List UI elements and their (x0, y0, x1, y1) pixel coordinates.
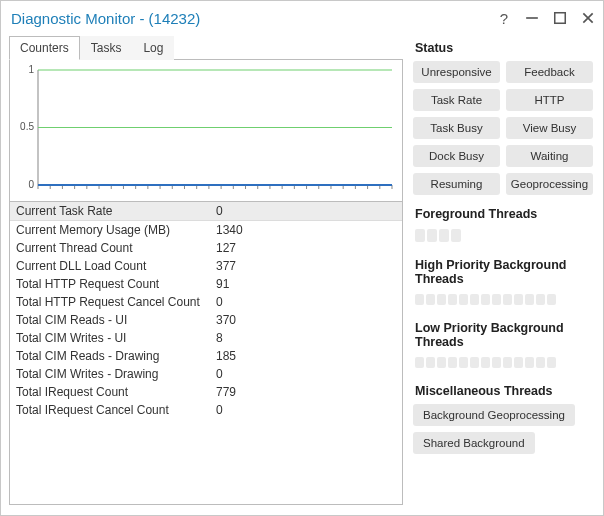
counter-row: Total IRequest Count779 (10, 383, 402, 401)
counter-label: Current Thread Count (16, 241, 216, 255)
left-panel: Counters Tasks Log 00.51 Current Task Ra… (9, 35, 403, 505)
counter-value: 370 (216, 313, 396, 327)
thread-indicator (426, 357, 435, 368)
status-button-grid: UnresponsiveFeedbackTask RateHTTPTask Bu… (413, 61, 593, 195)
counter-row: Total CIM Reads - UI370 (10, 311, 402, 329)
thread-indicator (415, 229, 425, 242)
status-button-task-busy[interactable]: Task Busy (413, 117, 500, 139)
thread-indicator (427, 229, 437, 242)
tab-tasks[interactable]: Tasks (80, 36, 133, 60)
thread-indicator (426, 294, 435, 305)
thread-indicator (459, 294, 468, 305)
counter-value: 185 (216, 349, 396, 363)
high-bg-thread-indicators (415, 294, 593, 305)
thread-indicator (437, 294, 446, 305)
status-button-unresponsive[interactable]: Unresponsive (413, 61, 500, 83)
status-button-view-busy[interactable]: View Busy (506, 117, 593, 139)
status-heading: Status (415, 41, 593, 55)
foreground-thread-indicators (415, 229, 593, 242)
thread-indicator (547, 357, 556, 368)
counter-row: Total CIM Reads - Drawing185 (10, 347, 402, 365)
misc-button-background-geoprocessing[interactable]: Background Geoprocessing (413, 404, 575, 426)
thread-indicator (439, 229, 449, 242)
thread-indicator (448, 357, 457, 368)
counter-label: Current Task Rate (16, 204, 216, 218)
counter-row: Current Memory Usage (MB)1340 (10, 221, 402, 239)
status-button-dock-busy[interactable]: Dock Busy (413, 145, 500, 167)
thread-indicator (525, 294, 534, 305)
thread-indicator (514, 357, 523, 368)
minimize-icon[interactable] (525, 11, 539, 25)
task-rate-chart: 00.51 (16, 64, 396, 199)
status-button-resuming[interactable]: Resuming (413, 173, 500, 195)
thread-indicator (459, 357, 468, 368)
low-bg-thread-indicators (415, 357, 593, 368)
counter-row: Current DLL Load Count377 (10, 257, 402, 275)
counter-row: Total IRequest Cancel Count0 (10, 401, 402, 419)
counter-row: Total CIM Writes - Drawing0 (10, 365, 402, 383)
counter-label: Total CIM Writes - UI (16, 331, 216, 345)
thread-indicator (536, 357, 545, 368)
svg-text:0: 0 (28, 179, 34, 190)
counter-value: 0 (216, 367, 396, 381)
thread-indicator (514, 294, 523, 305)
thread-indicator (547, 294, 556, 305)
counter-value: 0 (216, 204, 396, 218)
counter-value: 1340 (216, 223, 396, 237)
window-buttons: ? (497, 11, 595, 25)
status-button-http[interactable]: HTTP (506, 89, 593, 111)
thread-indicator (415, 294, 424, 305)
title-bar: Diagnostic Monitor - (14232) ? (1, 1, 603, 33)
counter-value: 127 (216, 241, 396, 255)
right-panel: Status UnresponsiveFeedbackTask RateHTTP… (413, 35, 593, 505)
thread-indicator (437, 357, 446, 368)
close-icon[interactable] (581, 11, 595, 25)
thread-indicator (503, 294, 512, 305)
thread-indicator (470, 294, 479, 305)
misc-thread-buttons: Background GeoprocessingShared Backgroun… (413, 404, 593, 454)
thread-indicator (481, 357, 490, 368)
content-area: Counters Tasks Log 00.51 Current Task Ra… (1, 33, 603, 515)
counter-row: Total HTTP Request Count91 (10, 275, 402, 293)
counter-label: Current Memory Usage (MB) (16, 223, 216, 237)
status-button-task-rate[interactable]: Task Rate (413, 89, 500, 111)
maximize-icon[interactable] (553, 11, 567, 25)
chart-container: 00.51 (9, 60, 403, 202)
counter-value: 0 (216, 295, 396, 309)
misc-threads-heading: Miscellaneous Threads (415, 384, 593, 398)
svg-rect-1 (555, 13, 566, 24)
misc-button-shared-background[interactable]: Shared Background (413, 432, 535, 454)
tab-counters[interactable]: Counters (9, 36, 80, 60)
tab-log[interactable]: Log (132, 36, 174, 60)
window-title: Diagnostic Monitor - (14232) (11, 10, 497, 27)
thread-indicator (492, 357, 501, 368)
thread-indicator (470, 357, 479, 368)
counter-value: 377 (216, 259, 396, 273)
help-icon[interactable]: ? (497, 11, 511, 25)
status-button-waiting[interactable]: Waiting (506, 145, 593, 167)
thread-indicator (451, 229, 461, 242)
counter-label: Total HTTP Request Cancel Count (16, 295, 216, 309)
counter-value: 91 (216, 277, 396, 291)
counter-label: Total IRequest Cancel Count (16, 403, 216, 417)
thread-indicator (448, 294, 457, 305)
counter-label: Total CIM Writes - Drawing (16, 367, 216, 381)
high-bg-threads-heading: High Priority Background Threads (415, 258, 593, 286)
counter-label: Current DLL Load Count (16, 259, 216, 273)
thread-indicator (525, 357, 534, 368)
thread-indicator (481, 294, 490, 305)
counter-row: Total CIM Writes - UI8 (10, 329, 402, 347)
thread-indicator (492, 294, 501, 305)
counter-value: 779 (216, 385, 396, 399)
tab-bar: Counters Tasks Log (9, 35, 403, 60)
status-button-feedback[interactable]: Feedback (506, 61, 593, 83)
counters-table: Current Task Rate0Current Memory Usage (… (9, 202, 403, 505)
counter-label: Total HTTP Request Count (16, 277, 216, 291)
counter-value: 0 (216, 403, 396, 417)
counter-row: Total HTTP Request Cancel Count0 (10, 293, 402, 311)
counter-label: Total IRequest Count (16, 385, 216, 399)
thread-indicator (503, 357, 512, 368)
status-button-geoprocessing[interactable]: Geoprocessing (506, 173, 593, 195)
foreground-threads-heading: Foreground Threads (415, 207, 593, 221)
counter-row: Current Thread Count127 (10, 239, 402, 257)
